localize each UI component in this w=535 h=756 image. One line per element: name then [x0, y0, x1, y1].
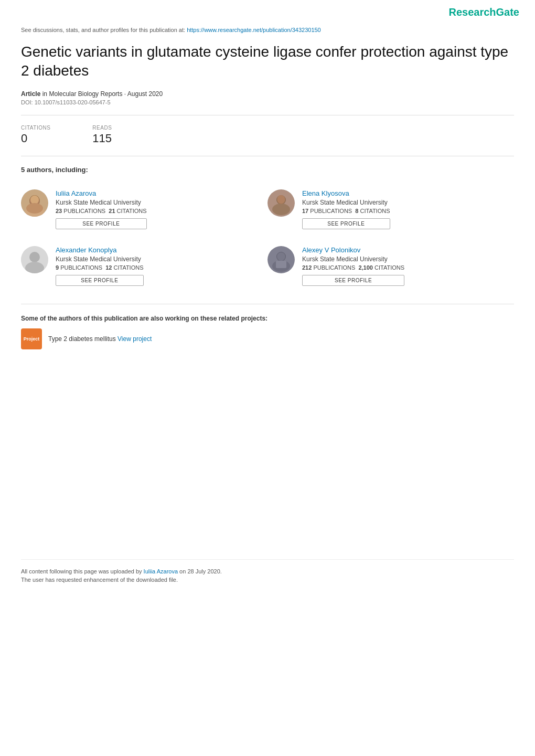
stats-divider	[21, 115, 514, 115]
project-name-text: Type 2 diabetes mellitus	[48, 335, 117, 343]
see-publication-text: See discussions, stats, and author profi…	[21, 27, 185, 33]
project-icon-label: Project	[24, 336, 40, 342]
related-projects-heading: Some of the authors of this publication …	[21, 315, 514, 322]
journal-line: Article in Molecular Biology Reports · A…	[21, 90, 514, 98]
article-preposition: in	[42, 90, 47, 98]
author-card-alexander-konoplya: Alexander Konoplya Kursk State Medical U…	[21, 238, 268, 294]
reads-label: READS	[92, 125, 112, 131]
author-name-iuliia-azarova[interactable]: Iuliia Azarova	[56, 189, 147, 197]
authors-divider	[21, 156, 514, 156]
article-date: August 2020	[127, 90, 163, 98]
author-info-alexander-konoplya: Alexander Konoplya Kursk State Medical U…	[56, 246, 144, 286]
projects-divider	[21, 304, 514, 304]
footer-section: All content following this page was uplo…	[21, 559, 514, 583]
doi-line: DOI: 10.1007/s11033-020-05647-5	[21, 99, 514, 105]
svg-point-8	[26, 203, 43, 214]
author-stats-alexey-polonikov: 212 PUBLICATIONS 2,100 CITATIONS	[302, 264, 404, 271]
publication-link-line: See discussions, stats, and author profi…	[21, 27, 514, 33]
project-text-type2-diabetes: Type 2 diabetes mellitus View project	[48, 335, 152, 343]
svg-rect-21	[276, 261, 286, 268]
author-stats-elena-klyosova: 17 PUBLICATIONS 8 CITATIONS	[302, 208, 390, 214]
author-university-iuliia-azarova: Kursk State Medical University	[56, 199, 147, 206]
doi-label: DOI:	[21, 99, 33, 105]
see-profile-button-elena-klyosova[interactable]: SEE PROFILE	[302, 218, 390, 229]
article-type: Article	[21, 90, 40, 98]
project-item-type2-diabetes: Project Type 2 diabetes mellitus View pr…	[21, 328, 514, 349]
footer-upload-date: on 28 July 2020.	[179, 568, 222, 574]
author-university-elena-klyosova: Kursk State Medical University	[302, 199, 390, 206]
see-profile-button-iuliia-azarova[interactable]: SEE PROFILE	[56, 218, 147, 229]
svg-point-7	[30, 196, 39, 204]
svg-point-11	[272, 204, 290, 215]
author-info-alexey-polonikov: Alexey V Polonikov Kursk State Medical U…	[302, 246, 404, 286]
see-profile-button-alexey-polonikov[interactable]: SEE PROFILE	[302, 275, 404, 286]
reads-value: 115	[92, 132, 112, 145]
view-project-link[interactable]: View project	[117, 335, 152, 343]
citations-label: CITATIONS	[21, 125, 50, 131]
project-icon-type2-diabetes: Project	[21, 328, 42, 349]
author-name-elena-klyosova[interactable]: Elena Klyosova	[302, 189, 390, 197]
stats-row: CITATIONS 0 READS 115	[21, 125, 514, 145]
author-university-alexander-konoplya: Kursk State Medical University	[56, 255, 144, 263]
citations-value: 0	[21, 132, 50, 145]
avatar-iuliia-azarova	[21, 189, 48, 217]
doi-value: 10.1007/s11033-020-05647-5	[35, 99, 111, 105]
author-info-elena-klyosova: Elena Klyosova Kursk State Medical Unive…	[302, 189, 390, 229]
citations-block: CITATIONS 0	[21, 125, 50, 145]
reads-block: READS 115	[92, 125, 112, 145]
researchgate-logo: ResearchGate	[448, 6, 519, 18]
author-name-alexey-polonikov[interactable]: Alexey V Polonikov	[302, 246, 404, 254]
author-info-iuliia-azarova: Iuliia Azarova Kursk State Medical Unive…	[56, 189, 147, 229]
avatar-alexey-polonikov	[268, 246, 295, 273]
svg-point-20	[277, 252, 285, 261]
footer-user-note: The user has requested enhancement of th…	[21, 577, 514, 583]
article-title: Genetic variants in glutamate cysteine l…	[21, 42, 514, 81]
author-stats-iuliia-azarova: 23 PUBLICATIONS 21 CITATIONS	[56, 208, 147, 214]
author-card-elena-klyosova: Elena Klyosova Kursk State Medical Unive…	[268, 181, 514, 238]
svg-point-13	[277, 195, 285, 204]
avatar-alexander-konoplya	[21, 246, 48, 273]
authors-heading: 5 authors, including:	[21, 166, 514, 174]
authors-grid: Iuliia Azarova Kursk State Medical Unive…	[21, 181, 514, 294]
article-meta: Article in Molecular Biology Reports · A…	[21, 90, 514, 105]
author-card-iuliia-azarova: Iuliia Azarova Kursk State Medical Unive…	[21, 181, 268, 238]
publication-url-link[interactable]: https://www.researchgate.net/publication…	[187, 27, 321, 33]
svg-point-15	[29, 252, 40, 262]
footer-upload-text: All content following this page was uplo…	[21, 568, 142, 574]
author-stats-alexander-konoplya: 9 PUBLICATIONS 12 CITATIONS	[56, 264, 144, 271]
journal-name: Molecular Biology Reports	[49, 90, 122, 98]
related-projects-section: Some of the authors of this publication …	[21, 315, 514, 349]
see-profile-button-alexander-konoplya[interactable]: SEE PROFILE	[56, 275, 144, 286]
author-university-alexey-polonikov: Kursk State Medical University	[302, 255, 404, 263]
author-name-alexander-konoplya[interactable]: Alexander Konoplya	[56, 246, 144, 254]
avatar-elena-klyosova	[268, 189, 295, 217]
footer-upload-line: All content following this page was uplo…	[21, 568, 514, 574]
footer-uploader-link[interactable]: Iuliia Azarova	[144, 568, 179, 574]
author-card-alexey-polonikov: Alexey V Polonikov Kursk State Medical U…	[268, 238, 514, 294]
